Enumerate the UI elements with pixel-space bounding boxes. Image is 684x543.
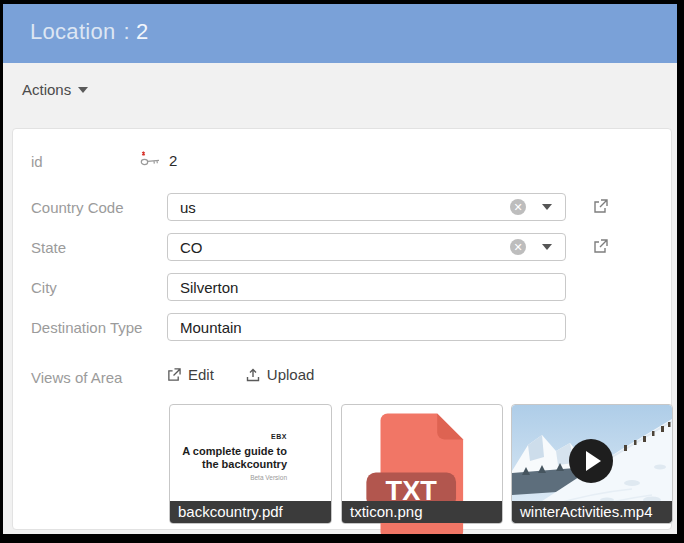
edit-button-label: Edit — [188, 366, 214, 383]
media-actions: Edit Upload — [167, 366, 314, 383]
open-record-link-icon[interactable] — [593, 239, 609, 255]
open-record-link-icon[interactable] — [593, 199, 609, 215]
attachment-thumbnail-pdf[interactable]: EBX A complete guide to the backcountry … — [169, 404, 332, 524]
app-window: Location:2 Actions id 2 Country — [3, 4, 677, 534]
clear-icon[interactable]: ✕ — [510, 239, 526, 255]
upload-icon — [246, 368, 260, 382]
upload-button-label: Upload — [267, 366, 315, 383]
field-label-state: State — [31, 239, 66, 256]
page-title-table: Location — [30, 19, 116, 44]
attachment-filename: winterActivities.mp4 — [512, 501, 672, 523]
destination-type-input[interactable] — [167, 313, 566, 341]
primary-key-icon — [139, 151, 161, 169]
screenshot-frame: Location:2 Actions id 2 Country — [0, 0, 684, 543]
attachment-filename: backcountry.pdf — [170, 501, 331, 523]
chevron-down-icon — [78, 87, 88, 93]
country-code-combo: ✕ — [167, 193, 566, 221]
attachment-thumbnail-txt[interactable]: TXT txticon.png — [341, 404, 503, 524]
field-label-city: City — [31, 279, 57, 296]
pdf-preview-subtitle: Beta Version — [182, 474, 287, 481]
state-combo: ✕ — [167, 233, 566, 261]
dropdown-caret-icon[interactable] — [542, 244, 552, 250]
toolbar: Actions — [3, 63, 677, 118]
record-header: Location:2 — [3, 4, 677, 63]
field-value-id: 2 — [169, 152, 177, 169]
page-title: Location:2 — [30, 19, 149, 45]
record-form-card: id 2 Country Code ✕ State — [12, 128, 672, 530]
external-link-icon — [167, 368, 181, 382]
page-title-separator: : — [124, 19, 130, 44]
upload-button[interactable]: Upload — [246, 366, 315, 383]
field-label-views-of-area: Views of Area — [31, 369, 122, 386]
actions-menu-button[interactable]: Actions — [22, 81, 88, 98]
destination-type-field — [167, 313, 566, 341]
pdf-preview: EBX A complete guide to the backcountry … — [182, 433, 287, 481]
field-label-id: id — [31, 153, 43, 170]
dropdown-caret-icon[interactable] — [542, 204, 552, 210]
page-title-record-id: 2 — [136, 19, 149, 44]
attachment-filename: txticon.png — [342, 501, 502, 523]
city-input[interactable] — [167, 273, 566, 301]
edit-button[interactable]: Edit — [167, 366, 214, 383]
state-input[interactable] — [167, 233, 566, 261]
field-label-destination-type: Destination Type — [31, 319, 142, 336]
city-field — [167, 273, 566, 301]
actions-menu-label: Actions — [22, 81, 71, 98]
attachment-thumbnail-video[interactable]: winterActivities.mp4 — [511, 404, 673, 524]
field-label-country-code: Country Code — [31, 199, 124, 216]
pdf-preview-title: A complete guide to the backcountry — [182, 445, 287, 471]
pdf-preview-brand: EBX — [182, 433, 287, 440]
clear-icon[interactable]: ✕ — [510, 199, 526, 215]
play-button-icon[interactable] — [569, 439, 613, 483]
country-code-input[interactable] — [167, 193, 566, 221]
